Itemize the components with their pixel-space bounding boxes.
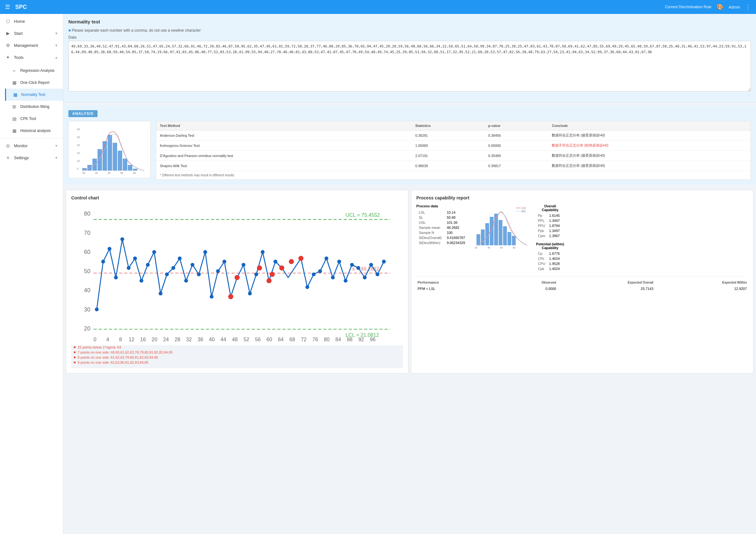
- data-input[interactable]: [68, 41, 751, 92]
- alert-item: 9 points on one side: 62,63,80,81,82,83,…: [74, 360, 400, 364]
- svg-text:44: 44: [221, 336, 226, 342]
- palette-icon[interactable]: 🎨: [716, 4, 723, 11]
- overall-cap-row: PPL 1.3497: [536, 218, 562, 223]
- menu-icon[interactable]: ☰: [5, 4, 10, 11]
- overall-capability: OverallCapability Pp 1.6145 PPL 1.3497 P…: [536, 204, 564, 238]
- col-method: Test Method: [156, 121, 412, 130]
- alert-text: 9 points on one side: 62,63,80,81,82,83,…: [78, 360, 148, 364]
- results-row: Kolmogorov-Smirnov Test 1.00000 0.00000 …: [156, 141, 751, 151]
- sidebar-item-start[interactable]: ▶ Start ▼: [0, 27, 63, 39]
- svg-text:4: 4: [106, 336, 109, 342]
- svg-text:80: 80: [324, 336, 330, 342]
- svg-text:40: 40: [209, 336, 215, 342]
- process-data-row: SL 50.68: [416, 215, 468, 220]
- sidebar-item-settings[interactable]: ≡ Settings ▼: [0, 152, 63, 164]
- svg-rect-15: [128, 165, 132, 171]
- svg-text:60: 60: [133, 172, 136, 174]
- cell-conclude: 数据符合正态分布 (接受原假设H0): [548, 161, 751, 171]
- svg-rect-120: [512, 236, 516, 245]
- cell-method: Shapiro-Wilk Test: [156, 161, 412, 171]
- svg-text:12: 12: [128, 336, 134, 342]
- sidebar-item-monitor[interactable]: ◎ Monitor ▼: [0, 140, 63, 152]
- svg-text:40: 40: [488, 247, 490, 249]
- capability-numbers: OverallCapability Pp 1.6145 PPL 1.3497 P…: [536, 204, 564, 271]
- more-options-icon[interactable]: ⋮: [745, 4, 751, 11]
- perf-header-expected-overall: Expected Overall: [557, 279, 655, 285]
- sidebar-item-oneclick[interactable]: ▦ One-Click Report: [5, 77, 63, 89]
- start-chevron: ▼: [55, 32, 58, 35]
- header-right: Current Discrimination Rule 🎨 Admin ⋮: [665, 4, 751, 11]
- svg-point-85: [375, 273, 379, 276]
- svg-text:68: 68: [289, 336, 295, 342]
- sidebar-item-tools[interactable]: ✦ Tools ▲: [0, 51, 63, 63]
- svg-point-61: [254, 273, 258, 276]
- perf-header-performance: Performance: [416, 279, 498, 285]
- sidebar-home-label: Home: [14, 19, 58, 24]
- performance-section: Performance Observed Expected Overall Ex…: [416, 276, 748, 292]
- sidebar-item-management[interactable]: ⚙ Management ▼: [0, 39, 63, 51]
- oneclick-label: One-Click Report: [20, 80, 58, 85]
- svg-point-42: [133, 256, 137, 260]
- perf-header-expected-within: Expected Within: [655, 279, 748, 285]
- alert-text: 15 points below 1*sigma: 64: [78, 345, 121, 349]
- svg-text:80: 80: [84, 210, 90, 217]
- svg-point-51: [191, 263, 194, 267]
- svg-text:96: 96: [370, 336, 375, 342]
- sidebar-item-regression[interactable]: ∞ Regression Analysis: [5, 65, 63, 77]
- settings-label: Settings: [14, 155, 52, 160]
- normality-test-title: Normality test: [68, 19, 751, 24]
- main-layout: ⬡ Home ▶ Start ▼ ⚙ Management ▼ ✦ Tools …: [0, 14, 756, 534]
- svg-text:60: 60: [500, 247, 503, 249]
- svg-point-73: [298, 256, 303, 261]
- sidebar-item-normality[interactable]: ▦ Normality Test: [5, 89, 63, 101]
- settings-icon: ≡: [5, 155, 11, 160]
- alert-dot: [74, 361, 76, 363]
- analysis-badge: ANALYSIS: [68, 110, 97, 117]
- tools-icon: ✦: [5, 54, 11, 60]
- col-pvalue: p-value: [484, 121, 548, 130]
- sidebar-item-distribution[interactable]: ⊞ Distribution fitting: [5, 101, 63, 113]
- svg-point-49: [178, 256, 182, 260]
- svg-rect-16: [133, 169, 137, 171]
- svg-point-81: [350, 263, 354, 267]
- svg-point-62: [261, 250, 265, 254]
- svg-point-75: [312, 273, 316, 276]
- cpk-label: CPK Tool: [20, 117, 58, 121]
- results-row: Shapiro-Wilk Test 0.98639 0.39817 数据符合正态…: [156, 161, 751, 171]
- sidebar-item-cpk[interactable]: ▤ CPK Tool: [5, 113, 63, 125]
- potential-capability: Potential (within)Capability Cp 1.6776 C…: [536, 242, 564, 271]
- svg-text:76: 76: [312, 336, 318, 342]
- admin-label[interactable]: Admin: [728, 5, 740, 10]
- sidebar-management-label: Management: [14, 43, 52, 48]
- svg-rect-14: [123, 159, 127, 171]
- potential-cap-row: Cpk 1.4024: [536, 266, 562, 271]
- svg-text:50: 50: [84, 268, 90, 275]
- resize-indicator: ⌐: [68, 93, 751, 97]
- monitor-label: Monitor: [14, 144, 52, 148]
- tools-chevron: ▲: [55, 56, 58, 59]
- svg-text:正态: 正态: [522, 207, 526, 209]
- perf-header-observed: Observed: [498, 279, 557, 285]
- start-icon: ▶: [5, 30, 11, 36]
- main-content: Normality test ■ Please separate each nu…: [63, 14, 756, 534]
- process-data-row: StDev(Within) 9.06234329: [416, 240, 468, 245]
- sidebar-item-home[interactable]: ⬡ Home: [0, 15, 63, 27]
- svg-point-54: [209, 295, 213, 299]
- process-data-row: LSL 10.14: [416, 210, 468, 215]
- overall-cap-title: OverallCapability: [536, 204, 564, 212]
- svg-text:10: 10: [77, 160, 80, 162]
- svg-text:84: 84: [335, 336, 341, 342]
- svg-text:25: 25: [77, 136, 80, 139]
- svg-rect-13: [118, 151, 122, 171]
- sidebar-item-historical[interactable]: ▦ Historical analysis: [5, 125, 63, 137]
- alert-dot: [74, 346, 76, 348]
- svg-text:60: 60: [84, 249, 90, 255]
- svg-point-37: [101, 259, 105, 263]
- svg-text:0: 0: [94, 336, 96, 342]
- alert-dot: [74, 351, 76, 353]
- cell-pvalue: 0.35489: [484, 151, 548, 161]
- svg-point-69: [267, 278, 272, 283]
- process-data-title: Process data: [416, 204, 468, 208]
- svg-point-47: [165, 273, 169, 276]
- svg-point-40: [120, 237, 124, 241]
